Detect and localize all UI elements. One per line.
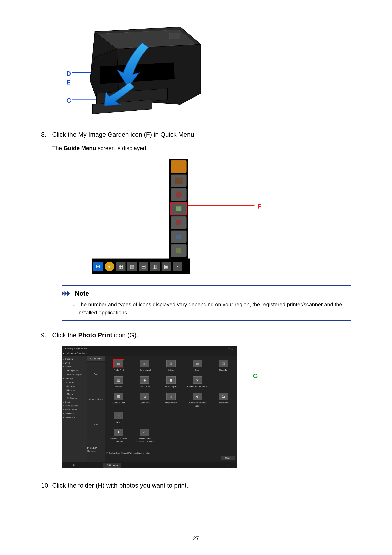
sidebar-item[interactable]: Users	[63, 392, 87, 396]
step-text: Click the My Image Garden icon (F) in Qu…	[52, 130, 351, 139]
sidebar-item[interactable]: Libraries	[63, 384, 87, 388]
sidebar-item[interactable]: Desktop	[63, 377, 87, 380]
grid-item[interactable]: ▭Card	[186, 360, 208, 372]
printer-label-e: E	[66, 78, 71, 87]
guide-menu-main: ▭Photo Print ▯▯Photo Layout ▦Collage ▭Ca…	[105, 356, 237, 462]
grid-item[interactable]: ☻Unregistered People View	[186, 393, 208, 407]
grid-item[interactable]: ◉Disc Label	[134, 376, 156, 388]
svg-marker-8	[64, 291, 67, 296]
panel-section[interactable]: Scan	[87, 412, 105, 437]
sidebar-item[interactable]: Network	[63, 388, 87, 392]
quickmenu-my-image-garden-tile[interactable]	[171, 203, 186, 215]
window-titlebar: Canon My Image Garden —▢✕	[62, 346, 237, 351]
quickmenu-figure: ⊞ ● ▦ ▧ ▤ ▥ ▣ ▪ F	[92, 159, 294, 274]
window-controls[interactable]: —▢✕	[227, 347, 236, 350]
sidebar-item[interactable]: 100Canon	[63, 396, 87, 400]
taskbar-icon[interactable]: ▧	[127, 262, 137, 271]
svg-rect-0	[169, 33, 180, 39]
sidebar-item[interactable]: Photo Sharing	[63, 404, 87, 408]
step-number: 8.	[41, 130, 46, 139]
taskbar-icon[interactable]: ▣	[162, 262, 171, 271]
sidebar-item[interactable]: Video Frame	[63, 408, 87, 412]
grid-item-photo-print[interactable]: ▭Photo Print	[108, 360, 129, 372]
quickmenu-strip	[169, 159, 188, 258]
sidebar-item[interactable]: Unregistered	[63, 369, 87, 373]
note-chevrons-icon	[62, 291, 73, 296]
sidebar-item[interactable]: Downloads	[63, 416, 87, 420]
panel-section[interactable]: Print	[87, 362, 105, 387]
svg-rect-5	[176, 235, 181, 239]
menu-item[interactable]: Create or Open Items	[67, 352, 87, 355]
quickmenu-tile[interactable]	[171, 216, 186, 229]
grid-item[interactable]: ▤Calendar	[213, 360, 234, 372]
quickmenu-tile[interactable]	[171, 244, 186, 257]
svg-marker-9	[67, 291, 70, 296]
note-heading: Note	[62, 289, 351, 298]
quickmenu-tile[interactable]	[171, 189, 186, 201]
panel-tab-guide-menu[interactable]: Guide Menu	[87, 356, 105, 362]
document-page: D E C	[0, 0, 392, 555]
grid-item[interactable]: ▦Calendar View	[108, 393, 129, 407]
grid-item[interactable]: ▦Collage	[160, 360, 182, 372]
page-number: 27	[0, 534, 392, 542]
sidebar-item[interactable]: Scan	[63, 400, 87, 404]
grid-item[interactable]: ▣Video Layout	[160, 376, 182, 388]
window-title: Canon My Image Garden	[63, 347, 88, 350]
grid-item[interactable]: 🗀Folder View	[213, 393, 234, 407]
taskbar-icon[interactable]: ▦	[116, 262, 126, 271]
minimize-icon[interactable]: —	[228, 347, 230, 350]
callout-line-f	[188, 205, 255, 206]
grid-item[interactable]: 🗀Downloaded PREMIUM Contents	[134, 429, 156, 443]
close-button[interactable]: Close	[221, 456, 235, 460]
maximize-icon[interactable]: ▢	[231, 347, 233, 350]
printer-figure: D E C	[66, 25, 212, 120]
svg-rect-6	[176, 248, 181, 253]
start-icon[interactable]: ⊞	[93, 262, 103, 271]
step-10: 10. Click the folder (H) with photos you…	[41, 481, 351, 490]
step-9: 9. Click the Photo Print icon (G). Canon…	[41, 330, 351, 471]
svg-marker-7	[62, 291, 64, 296]
grid-item[interactable]: ✎Create or Open Items	[186, 376, 208, 388]
step-text: Click the folder (H) with photos you wan…	[52, 481, 351, 490]
sidebar-item[interactable]: Event	[63, 361, 87, 365]
grid-item[interactable]: ☺People View	[160, 393, 182, 407]
printer-illustration	[85, 25, 206, 114]
grid-item[interactable]: ▥Stickers	[108, 376, 129, 388]
svg-rect-1	[175, 177, 183, 184]
sidebar-item[interactable]: Deleted Images	[63, 373, 87, 377]
panel-section[interactable]: PREMIUM Contents	[87, 437, 105, 462]
quickmenu-logo-tile[interactable]	[171, 161, 186, 173]
grid-item[interactable]: ⌁Scan	[108, 412, 129, 424]
taskbar-icon[interactable]: ▪	[173, 262, 182, 271]
note-item: The number and types of icons displayed …	[78, 300, 351, 317]
startup-checkbox-label[interactable]: ☑ Display Guide Menu at My Image Garden …	[106, 452, 150, 454]
callout-label-g: G	[253, 371, 258, 381]
step-number: 10.	[41, 481, 50, 490]
step-8: 8. Click the My Image Garden icon (F) in…	[41, 130, 351, 321]
image-garden-window: Canon My Image Garden —▢✕ ▸ Create or Op…	[62, 346, 237, 468]
quickmenu-tile[interactable]	[171, 231, 186, 243]
sidebar-item[interactable]: People	[63, 365, 87, 369]
network-icon[interactable]: ●	[105, 262, 114, 271]
note-box: Note The number and types of icons displ…	[62, 285, 351, 321]
grid-item[interactable]: ⬇Download PREMIUM Contents	[108, 429, 129, 443]
category-panel: Guide Menu Print Organize Files Scan PRE…	[87, 356, 105, 462]
step-text: Click the Photo Print icon (G).	[52, 330, 351, 340]
quickmenu-tile[interactable]	[171, 175, 186, 187]
taskbar: ⊞ ● ▦ ▧ ▤ ▥ ▣ ▪	[92, 258, 190, 274]
printer-label-d: D	[66, 69, 71, 78]
sidebar-item[interactable]: Download	[63, 412, 87, 416]
window-menubar: ▸ Create or Open Items	[62, 351, 237, 356]
taskbar-icon[interactable]: ▥	[150, 262, 160, 271]
close-icon[interactable]: ✕	[234, 347, 236, 350]
svg-point-2	[175, 191, 182, 198]
sidebar: Calendar Event People Unregistered Delet…	[62, 356, 87, 462]
grid-item[interactable]: ▯▯Photo Layout	[134, 360, 156, 372]
sidebar-item[interactable]: This PC	[63, 380, 87, 384]
grid-item[interactable]: ⌂Event View	[134, 393, 156, 407]
sidebar-item[interactable]: Calendar	[63, 357, 87, 361]
panel-section[interactable]: Organize Files	[87, 387, 105, 412]
status-tab[interactable]: Guide Menu	[103, 463, 121, 467]
svg-rect-4	[176, 220, 181, 225]
taskbar-icon[interactable]: ▤	[139, 262, 148, 271]
